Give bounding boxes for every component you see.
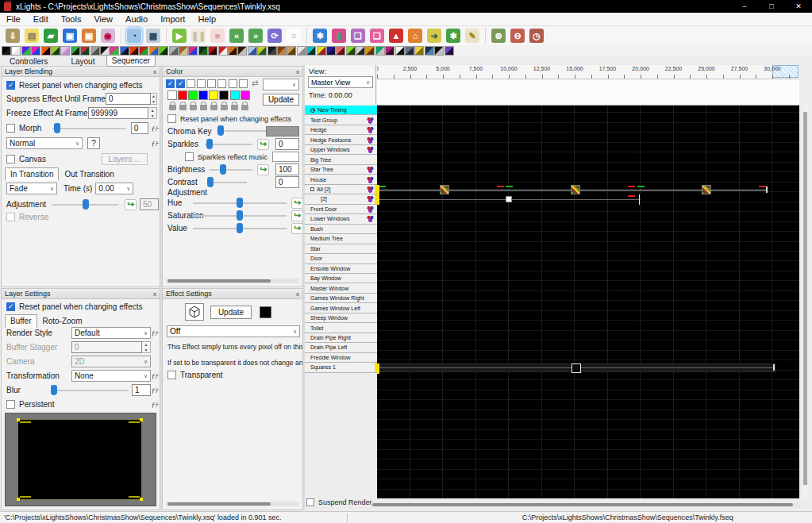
palette-enable-checkbox-1[interactable] <box>166 79 175 88</box>
track-row-star-tree[interactable]: Star Tree <box>305 165 377 175</box>
grid-thumb-marker[interactable] <box>702 185 711 194</box>
transformation-valuecurve-icon[interactable]: ƒ⊦ <box>152 372 159 380</box>
grid-white-marker[interactable] <box>766 187 768 193</box>
suppress-frame-spinner[interactable]: ▲▼ <box>151 93 157 105</box>
track-row--2-[interactable]: [2] <box>305 194 377 204</box>
render-all-icon[interactable]: ✱ <box>313 29 327 43</box>
palette-color-6[interactable] <box>219 90 229 100</box>
tab-sequencer[interactable]: Sequencer <box>106 55 156 67</box>
effect-assist-cube-icon[interactable] <box>185 303 204 321</box>
blur-valuecurve-icon[interactable]: ƒ⊦ <box>152 386 159 394</box>
palette-enable-checkbox-7[interactable] <box>229 79 237 88</box>
reset-panel-checkbox[interactable] <box>6 81 15 90</box>
open-sequence-icon[interactable]: ▰ <box>44 29 58 43</box>
collapse-icon[interactable] <box>310 187 314 191</box>
grid-node-marker[interactable] <box>506 196 512 202</box>
blur-value-input[interactable]: 1 <box>132 384 151 396</box>
effect-thumbnail-8[interactable] <box>80 46 90 56</box>
grid-thumb-marker[interactable] <box>571 185 580 194</box>
effect-thumbnail-22[interactable] <box>218 46 228 56</box>
effect-thumbnail-6[interactable] <box>60 46 70 56</box>
layer-blending-caption[interactable]: Layer Blending x <box>2 67 160 77</box>
palette-color-1[interactable] <box>167 90 177 100</box>
transition-time-dropdown[interactable]: 0.00 <box>95 183 133 194</box>
palette-enable-checkbox-5[interactable] <box>207 79 216 88</box>
track-row-drain-pipe-left[interactable]: Drain Pipe Left <box>305 343 377 352</box>
effect-thumbnail-36[interactable] <box>356 46 365 56</box>
palette-icon[interactable]: ◉ <box>101 29 115 43</box>
blend-mode-dropdown[interactable]: Normal <box>6 137 83 149</box>
zoom-in-icon[interactable]: ⊕ <box>491 29 506 43</box>
track-row-medium-tree[interactable]: Medium Tree <box>305 234 377 244</box>
sparkles-value-input[interactable]: 0 <box>275 138 299 150</box>
effect-panel-hscrollbar[interactable] <box>166 502 299 506</box>
tab-controllers[interactable]: Controllers <box>5 56 52 66</box>
transition-type-dropdown[interactable]: Fade <box>6 183 57 194</box>
morph-valuecurve-icon[interactable]: ƒ⊦ <box>152 125 159 133</box>
buffer-stagger-input[interactable]: 0 <box>71 341 142 353</box>
close-panel-icon[interactable]: x <box>296 290 299 298</box>
render-style-valuecurve-icon[interactable]: ƒ⊦ <box>152 329 159 337</box>
track-row-ensuite-window[interactable]: Ensuite Window <box>305 264 377 274</box>
effect-thumbnail-44[interactable] <box>434 46 444 56</box>
palette-color-5[interactable] <box>209 90 218 100</box>
effect-thumbnail-32[interactable] <box>317 46 326 56</box>
new-sequence-icon[interactable]: ▤ <box>25 29 39 43</box>
replay-icon[interactable]: ⟳ <box>267 29 282 43</box>
open-show-directory-icon[interactable]: ⇩ <box>6 29 20 43</box>
effect-update-button[interactable]: Update <box>210 306 252 319</box>
palette-enable-checkbox-2[interactable] <box>176 79 185 88</box>
grid-green-marker[interactable] <box>637 186 645 187</box>
saturation-slider[interactable] <box>193 210 287 221</box>
effect-assist-toggle-icon[interactable]: ▦ <box>146 29 160 43</box>
reverse-checkbox[interactable] <box>6 213 15 221</box>
shuffle-colors-icon[interactable]: ⇄ <box>252 79 258 87</box>
palette-lock-icon-1[interactable] <box>169 105 176 110</box>
magic-wand-icon[interactable]: ✎ <box>465 29 479 43</box>
effect-thumbnail-18[interactable] <box>179 46 188 56</box>
grid-hscrollbar[interactable] <box>371 502 799 507</box>
palette-lock-icon-3[interactable] <box>190 105 197 110</box>
grid-vscrollbar[interactable] <box>802 106 808 498</box>
track-row-house[interactable]: House <box>305 175 377 184</box>
freeze-frame-spinner[interactable]: ▲▼ <box>148 107 157 119</box>
palette-color-4[interactable] <box>198 90 208 100</box>
track-row-all-2-[interactable]: All [2] <box>305 185 377 194</box>
track-row-squares-1[interactable]: Squares 1 <box>305 363 377 372</box>
buffer-stagger-spinner[interactable]: ▲▼ <box>142 341 151 353</box>
grid-red-marker[interactable] <box>628 195 635 197</box>
effect-color-swatch[interactable] <box>260 306 271 318</box>
palette-color-2[interactable] <box>178 90 187 100</box>
palette-lock-icon-4[interactable] <box>200 105 207 110</box>
palette-enable-checkbox-8[interactable] <box>239 79 248 88</box>
palette-lock-icon-7[interactable] <box>231 105 238 110</box>
persistent-checkbox[interactable] <box>6 400 15 409</box>
crayons-icon[interactable]: ▮ <box>332 29 346 43</box>
effect-thumbnail-1[interactable] <box>11 46 21 56</box>
menu-item-tools[interactable]: Tools <box>55 13 88 26</box>
pause-icon[interactable]: ❚❚ <box>191 29 206 43</box>
adjustment-undo-icon[interactable]: ↪ <box>125 199 137 210</box>
timing-radio-icon[interactable] <box>310 108 315 113</box>
suspend-render-checkbox[interactable] <box>306 498 314 506</box>
effect-thumbnail-45[interactable] <box>444 46 454 56</box>
paste-by-cell-icon[interactable]: ❏ <box>351 29 365 43</box>
canvas-checkbox[interactable] <box>6 155 15 163</box>
layer-settings-caption[interactable]: Layer Settings x <box>2 289 160 299</box>
effects-grid[interactable] <box>377 106 799 498</box>
grid-vline-marker[interactable] <box>639 194 640 204</box>
palette-lock-icon-6[interactable] <box>221 105 228 110</box>
timeline-ruler[interactable]: 02,5005,0007,50010,00012,50015,00017,500… <box>377 65 799 79</box>
effect-thumbnail-4[interactable] <box>41 46 51 56</box>
rewind-icon[interactable]: « <box>229 29 244 43</box>
effect-thumbnail-34[interactable] <box>336 46 345 56</box>
layers-button[interactable]: Layers ... <box>102 153 148 165</box>
close-panel-icon[interactable]: x <box>153 68 156 75</box>
track-row-door[interactable]: Door <box>305 254 377 263</box>
minimize-button[interactable]: – <box>731 0 758 13</box>
out-transition-tab[interactable]: Out Transition <box>59 167 119 181</box>
sparkles-music-checkbox[interactable] <box>185 152 194 161</box>
track-row-front-door[interactable]: Front Door <box>305 205 377 214</box>
hue-slider[interactable] <box>193 198 287 209</box>
color-panel-hscrollbar[interactable] <box>166 279 299 283</box>
